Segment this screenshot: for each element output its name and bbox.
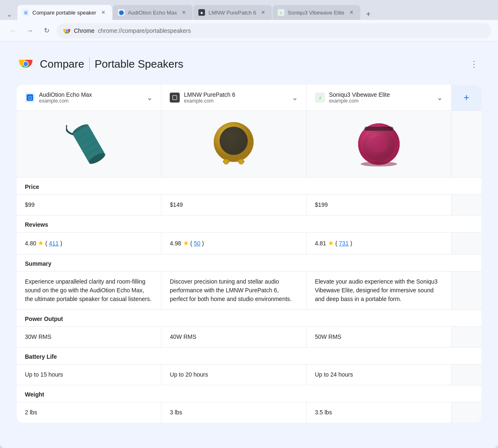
reload-button[interactable]: ↻ xyxy=(40,24,53,37)
power-output-label: Power Output xyxy=(17,310,481,327)
tab-lmnw-close[interactable]: ✕ xyxy=(259,9,267,16)
tab-compare-title: Compare portable speaker xyxy=(32,10,96,16)
svg-rect-37 xyxy=(239,159,243,164)
tab-scroll-button[interactable]: ⌄ xyxy=(3,8,15,20)
forward-button[interactable]: → xyxy=(23,24,37,37)
tab-compare-favicon: ⊞ xyxy=(22,9,29,16)
review-count-link-3[interactable]: 731 xyxy=(339,239,349,248)
rating-value-3: 4.81 xyxy=(315,239,326,248)
product-3-name: Soniqu3 Vibewave Elite xyxy=(329,91,432,98)
star-icon-3: ★ xyxy=(328,238,334,248)
tab-audiootion[interactable]: 🔵 AudiOtion Echo Max ✕ xyxy=(113,5,193,20)
tab-audiootion-close[interactable]: ✕ xyxy=(180,9,188,16)
product-3-info: Soniqu3 Vibewave Elite example.com xyxy=(329,91,432,104)
address-input-wrapper[interactable]: Chrome chrome://compare/portablespeakers xyxy=(56,23,491,38)
summary-3: Elevate your audio experience with the S… xyxy=(307,272,452,309)
compare-header-left: Compare Portable Speakers xyxy=(17,55,183,73)
compare-header: Compare Portable Speakers ⋮ xyxy=(17,55,481,73)
reviews-label: Reviews xyxy=(17,215,481,233)
speaker-1-svg xyxy=(66,117,112,171)
battery-data-row: Up to 15 hours Up to 20 hours Up to 24 h… xyxy=(17,365,481,385)
product-2-image-cell xyxy=(161,111,306,177)
svg-text:◻: ◻ xyxy=(28,95,32,100)
summary-label: Summary xyxy=(17,255,481,272)
tab-soniqu3-favicon: ♪ xyxy=(278,9,284,16)
compare-word: Compare xyxy=(40,58,84,71)
reviews-2: 4.98 ★ (50) xyxy=(161,233,306,254)
product-1-image-cell xyxy=(17,111,161,177)
weight-2: 3 lbs xyxy=(161,402,306,423)
rating-value-2: 4.98 xyxy=(170,239,181,248)
product-1-name: AudiOtion Echo Max xyxy=(39,91,142,98)
svg-text:♪: ♪ xyxy=(319,95,321,100)
compare-title-group: Compare Portable Speakers xyxy=(40,57,183,71)
rating-value-1: 4.80 xyxy=(25,239,36,248)
weight-1: 2 lbs xyxy=(17,402,161,423)
power-3: 50W RMS xyxy=(307,327,452,347)
product-2-favicon xyxy=(170,93,180,103)
battery-life-label: Battery Life xyxy=(17,348,481,365)
weight-data-row: 2 lbs 3 lbs 3.5 lbs xyxy=(17,402,481,423)
chrome-logo xyxy=(17,55,35,73)
product-3-site: example.com xyxy=(329,98,432,104)
rating-row-1: 4.80 ★ (411) xyxy=(25,238,153,248)
battery-life-section: Battery Life Up to 15 hours Up to 20 hou… xyxy=(17,347,481,385)
battery-empty xyxy=(452,365,481,385)
product-1-image xyxy=(64,119,114,169)
products-images xyxy=(17,111,481,177)
compare-subject: Portable Speakers xyxy=(95,58,183,71)
product-2-image xyxy=(209,119,259,169)
battery-1: Up to 15 hours xyxy=(17,365,161,385)
tab-compare-close[interactable]: ✕ xyxy=(100,9,107,16)
rating-row-3: 4.81 ★ (731) xyxy=(315,238,443,248)
battery-3: Up to 24 hours xyxy=(307,365,452,385)
power-empty xyxy=(452,327,481,347)
reviews-section: Reviews 4.80 ★ (411) 4.98 ★ (50) xyxy=(17,215,481,254)
weight-label: Weight xyxy=(17,385,481,402)
address-bar: ← → ↻ Chrome chrome://compare/portablesp… xyxy=(0,20,498,42)
add-icon: + xyxy=(464,92,469,103)
battery-2: Up to 20 hours xyxy=(161,365,306,385)
svg-text:⊞: ⊞ xyxy=(24,10,27,15)
tab-lmnw-title: LMNW PurePatch 6 xyxy=(208,10,256,16)
power-1: 30W RMS xyxy=(17,327,161,347)
product-2-info: LMNW PurePatch 6 example.com xyxy=(184,91,287,104)
new-tab-button[interactable]: + xyxy=(363,8,374,20)
weight-section: Weight 2 lbs 3 lbs 3.5 lbs xyxy=(17,385,481,423)
product-2-header[interactable]: LMNW PurePatch 6 example.com ⌄ xyxy=(161,85,306,110)
weight-3: 3.5 lbs xyxy=(307,402,452,423)
product-2-dropdown-icon[interactable]: ⌄ xyxy=(292,93,298,102)
price-data-row: $99 $149 $199 xyxy=(17,195,481,215)
compare-card: ◻ AudiOtion Echo Max example.com ⌄ xyxy=(17,85,481,423)
tab-soniqu3[interactable]: ♪ Soniqu3 Vibewave Elite ✕ xyxy=(273,5,360,20)
power-output-section: Power Output 30W RMS 40W RMS 50W RMS xyxy=(17,309,481,347)
product-3-header[interactable]: ♪ Soniqu3 Vibewave Elite example.com ⌄ xyxy=(307,85,452,110)
tab-lmnw-favicon: ■ xyxy=(198,9,205,16)
browser-window: ⌄ ⊞ Compare portable speaker ✕ 🔵 AudiOti… xyxy=(0,0,498,448)
product-1-header[interactable]: ◻ AudiOtion Echo Max example.com ⌄ xyxy=(17,85,161,110)
svg-point-43 xyxy=(371,136,387,152)
tab-lmnw[interactable]: ■ LMNW PurePatch 6 ✕ xyxy=(193,5,272,20)
review-count-link-2[interactable]: 50 xyxy=(194,239,200,248)
svg-rect-36 xyxy=(224,159,228,164)
more-options-button[interactable]: ⋮ xyxy=(466,56,481,71)
add-product-image-cell xyxy=(452,111,481,177)
product-1-dropdown-icon[interactable]: ⌄ xyxy=(146,93,153,102)
product-3-image xyxy=(354,119,404,169)
product-3-dropdown-icon[interactable]: ⌄ xyxy=(437,93,443,102)
product-3-favicon: ♪ xyxy=(315,93,325,103)
tab-soniqu3-close[interactable]: ✕ xyxy=(348,9,355,16)
page-content: Compare Portable Speakers ⋮ ◻ xyxy=(0,42,498,448)
product-1-info: AudiOtion Echo Max example.com xyxy=(39,91,142,104)
compare-divider xyxy=(89,57,90,71)
reviews-empty xyxy=(452,233,481,254)
star-icon-1: ★ xyxy=(38,238,44,248)
add-product-button[interactable]: + xyxy=(452,85,481,110)
tab-compare[interactable]: ⊞ Compare portable speaker ✕ xyxy=(17,5,112,20)
review-count-link-1[interactable]: 411 xyxy=(49,239,59,248)
price-section: Price $99 $149 $199 xyxy=(17,177,481,215)
back-button[interactable]: ← xyxy=(7,24,20,37)
summary-1: Experience unparalleled clarity and room… xyxy=(17,272,161,309)
price-3: $199 xyxy=(307,195,452,215)
weight-empty xyxy=(452,402,481,423)
